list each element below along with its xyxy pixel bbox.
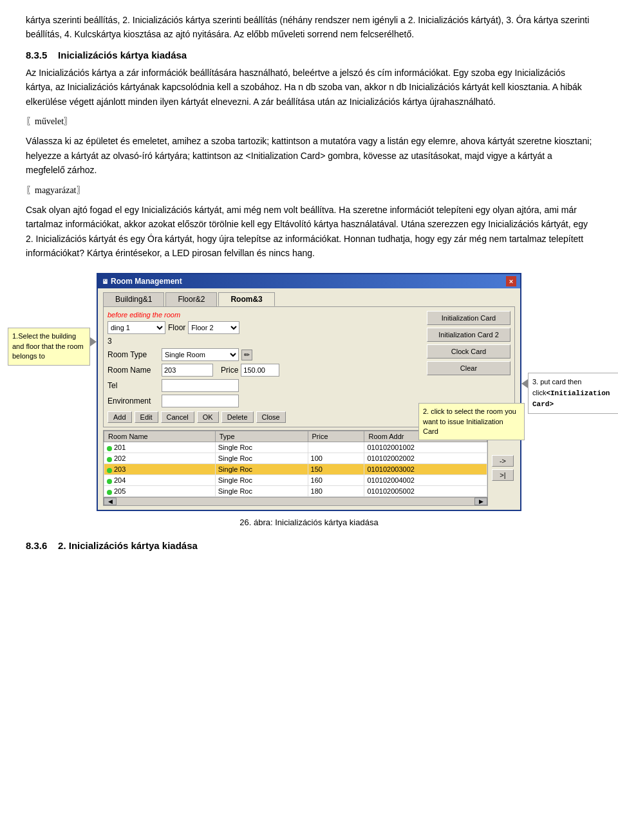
col-type: Type xyxy=(215,431,308,442)
table-wrapper: Room Name Type Price Room Addr xyxy=(103,430,488,506)
nav-end-button[interactable]: >| xyxy=(492,469,514,481)
bracket-muvelet: 〖művelet〗 xyxy=(26,114,592,129)
add-button[interactable]: Add xyxy=(108,411,132,423)
nav-next-button[interactable]: -> xyxy=(492,455,514,467)
clock-card-button[interactable]: Clock Card xyxy=(427,344,510,359)
room-management-dialog: 🖥 Room Management × Building&1 Floor&2 R… xyxy=(97,273,521,511)
callout-left: 1.Select the building and floor that the… xyxy=(8,328,90,365)
tel-label: Tel xyxy=(108,381,159,390)
table-row[interactable]: 201 Single Roc 010102001002 xyxy=(104,442,487,453)
section-number: 8.3.5 xyxy=(26,50,47,61)
room-name-input[interactable] xyxy=(162,364,213,377)
nav-arrows-col: -> >| xyxy=(491,430,515,506)
floor-select[interactable]: Floor 2 xyxy=(188,321,239,334)
col-room-name: Room Name xyxy=(104,431,216,442)
callout-right: 3. put card then click<Initialization Ca… xyxy=(528,373,618,414)
tab-building[interactable]: Building&1 xyxy=(103,292,164,306)
dialog-close-button[interactable]: × xyxy=(506,276,516,286)
window-icon: 🖥 xyxy=(102,278,108,285)
close-button[interactable]: Close xyxy=(256,411,286,423)
init-card-2-button[interactable]: Initialization Card 2 xyxy=(427,328,510,342)
para-1: Az Inicializációs kártya a zár informáci… xyxy=(26,66,592,109)
table-row-selected[interactable]: 203 Single Roc 150 010102003002 xyxy=(104,464,487,475)
para-magyarazat: Csak olyan ajtó fogad el egy Inicializác… xyxy=(26,203,592,261)
building-floor-row: ding 1 Floor Floor 2 xyxy=(108,321,423,334)
ok-button[interactable]: OK xyxy=(197,411,219,423)
env-input[interactable] xyxy=(162,395,239,407)
section-header: 8.3.5 Inicializációs kártya kiadása xyxy=(26,50,592,61)
room-num-row: 3 xyxy=(108,337,423,346)
title-left: 🖥 Room Management xyxy=(102,277,182,286)
warning-row: before editing the room xyxy=(108,311,423,319)
delete-button[interactable]: Delete xyxy=(221,411,254,423)
clear-button[interactable]: Clear xyxy=(427,361,510,375)
env-label: Environment xyxy=(108,397,159,406)
cancel-button[interactable]: Cancel xyxy=(161,411,194,423)
dialog-title: Room Management xyxy=(111,277,182,286)
price-input[interactable] xyxy=(241,364,279,377)
table-row[interactable]: 204 Single Roc 160 010102004002 xyxy=(104,475,487,486)
dialog-body: Building&1 Floor&2 Room&3 before editing… xyxy=(98,288,520,510)
room-name-row: Room Name Price xyxy=(108,364,423,377)
tab-floor[interactable]: Floor&2 xyxy=(165,292,217,306)
footer-section-num: 8.3.6 xyxy=(26,540,47,551)
scrollbar-h[interactable]: ◀ ▶ xyxy=(104,497,487,505)
floor-label: Floor xyxy=(168,323,185,332)
room-table: Room Name Type Price Room Addr xyxy=(104,431,487,497)
footer-section-header: 8.3.6 2. Inicializációs kártya kiadása xyxy=(26,540,592,551)
col-price: Price xyxy=(308,431,364,442)
init-card-button[interactable]: Initialization Card xyxy=(427,311,510,325)
building-select[interactable]: ding 1 xyxy=(108,321,165,334)
action-buttons-row: Add Edit Cancel OK Delete Close xyxy=(108,411,423,423)
table-row[interactable]: 202 Single Roc 100 010102002002 xyxy=(104,453,487,464)
room-name-label: Room Name xyxy=(108,366,159,375)
para-muvelet: Válassza ki az épületet és emeletet, ami… xyxy=(26,134,592,177)
room-type-label: Room Type xyxy=(108,350,159,359)
section-title: Inicializációs kártya kiadása xyxy=(58,50,187,61)
footer-section-title: 2. Inicializációs kártya kiadása xyxy=(58,540,198,551)
bracket-magyarazat: 〖magyarázat〗 xyxy=(26,183,592,198)
edit-button[interactable]: Edit xyxy=(135,411,158,423)
tel-row: Tel xyxy=(108,379,423,392)
tel-input[interactable] xyxy=(162,379,239,392)
form-area: before editing the room ding 1 Floor Flo… xyxy=(108,311,423,423)
env-row: Environment xyxy=(108,395,423,407)
table-row[interactable]: 205 Single Roc 180 010102005002 xyxy=(104,486,487,497)
room-num-value: 3 xyxy=(108,337,127,346)
callout-bottom: 2. click to select the room you want to … xyxy=(418,403,525,440)
tabs-row: Building&1 Floor&2 Room&3 xyxy=(103,292,515,306)
edit-icon[interactable]: ✏ xyxy=(241,350,252,360)
dialog-titlebar: 🖥 Room Management × xyxy=(98,274,520,288)
price-label: Price xyxy=(221,366,238,375)
tab-room[interactable]: Room&3 xyxy=(218,292,274,306)
intro-text: kártya szerinti beállítás, 2. Inicializá… xyxy=(26,13,592,42)
room-type-select[interactable]: Single Room xyxy=(162,348,239,361)
figure-caption: 26. ábra: Inicializációs kártya kiadása xyxy=(97,518,521,527)
bottom-section: Room Name Type Price Room Addr xyxy=(103,430,515,506)
room-type-row: Room Type Single Room ✏ xyxy=(108,348,423,361)
